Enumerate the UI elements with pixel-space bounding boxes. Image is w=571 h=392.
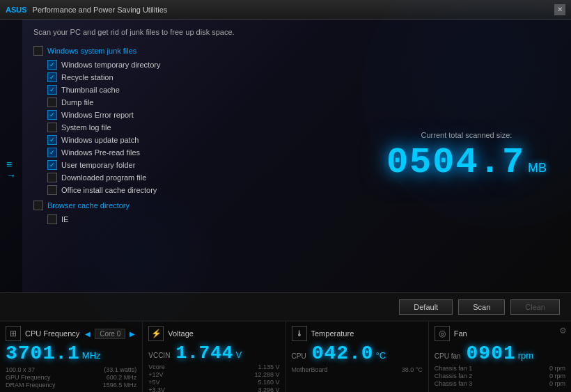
- list-item[interactable]: Windows temporary directory: [47, 60, 351, 70]
- cpu-temp-unit: °C: [376, 350, 386, 361]
- cpu-core-label: Core 0: [95, 329, 125, 339]
- voltage-main-row: VCCIN 1.744 V: [148, 344, 279, 362]
- cb-update[interactable]: [47, 135, 57, 145]
- fan-rows: Chassis fan 1 0 rpm Chassis fan 2 0 rpm …: [435, 365, 565, 387]
- parent-browser-checkbox[interactable]: [33, 201, 43, 210]
- cb-downloaded[interactable]: [47, 173, 57, 182]
- dram-freq-value: 1596.5 MHz: [103, 382, 137, 389]
- gpu-freq-value: 600.2 MHz: [107, 374, 137, 381]
- 33v-label: +3.3V: [148, 386, 165, 392]
- asus-logo: ASUS: [6, 6, 27, 14]
- chassis-fan2-row: Chassis fan 2 0 rpm: [435, 373, 565, 379]
- temp-title: Temperature: [311, 329, 354, 338]
- list-item[interactable]: Windows Pre-read files: [47, 148, 351, 157]
- cb-recycle[interactable]: [47, 72, 57, 82]
- dram-freq-label: DRAM Frequency: [6, 382, 56, 389]
- main-area: ≡→ Scan your PC and get rid of junk file…: [0, 19, 571, 292]
- list-item[interactable]: Thumbnail cache: [47, 85, 351, 95]
- chassis-fan3-value: 0 rpm: [549, 380, 565, 387]
- cpu-panel: ⊞ CPU Frequency ◀ Core 0 ▶ 3701.1 MHz 10…: [0, 322, 143, 392]
- scan-button[interactable]: Scan: [458, 299, 505, 315]
- gear-icon[interactable]: ⚙: [559, 326, 567, 336]
- default-button[interactable]: Default: [399, 299, 453, 315]
- cpu-multiplier: 100.0 x 37: [6, 366, 35, 373]
- volt-row-5v: +5V 5.160 V: [148, 379, 279, 386]
- 5v-value: 5.160 V: [258, 379, 279, 386]
- parent-windows-junk-label: Windows system junk files: [47, 47, 136, 55]
- cpu-value-row: 3701.1 MHz: [6, 344, 136, 363]
- 33v-value: 3.296 V: [258, 386, 279, 392]
- cpu-icon: ⊞: [6, 326, 21, 341]
- cpu-nav: ◀ Core 0 ▶: [84, 329, 136, 339]
- vccin-value: 1.744: [175, 344, 233, 362]
- voltage-header: ⚡ Voltage: [148, 326, 279, 341]
- list-item[interactable]: User temporary folder: [47, 160, 351, 170]
- chassis-fan2-value: 0 rpm: [549, 373, 565, 379]
- list-item[interactable]: Office install cache directory: [47, 185, 351, 195]
- fan-header: ◎ Fan: [435, 326, 565, 341]
- list-item[interactable]: Windows Error report: [47, 110, 351, 120]
- list-item[interactable]: Dump file: [47, 97, 351, 107]
- mb-temp-value: 38.0 °C: [402, 366, 423, 373]
- cpu-freq-unit: MHz: [82, 350, 101, 361]
- cpu-watts: (33.1 watts): [104, 366, 136, 373]
- cpu-sub-values: 100.0 x 37 (33.1 watts) GPU Frequency 60…: [6, 366, 136, 389]
- cb-preread[interactable]: [47, 148, 57, 157]
- cpu-fan-label: CPU fan: [435, 352, 461, 360]
- cb-syslog[interactable]: [47, 123, 57, 132]
- status-bar: ⊞ CPU Frequency ◀ Core 0 ▶ 3701.1 MHz 10…: [0, 320, 571, 392]
- cb-error-report[interactable]: [47, 110, 57, 120]
- vccin-label: VCCIN: [148, 352, 170, 359]
- cpu-next-arrow[interactable]: ▶: [128, 330, 136, 338]
- description-text: Scan your PC and get rid of junk files t…: [33, 28, 351, 36]
- chassis-fan1-row: Chassis fan 1 0 rpm: [435, 365, 565, 372]
- fan-title: Fan: [454, 329, 467, 338]
- cpu-sub-row1: 100.0 x 37 (33.1 watts): [6, 366, 136, 373]
- fan-panel: ◎ Fan CPU fan 0901 rpm Chassis fan 1 0 r…: [429, 322, 571, 392]
- cpu-temp-value: 042.0: [312, 344, 374, 363]
- chassis-fan3-label: Chassis fan 3: [435, 380, 473, 387]
- cb-thumbnail[interactable]: [47, 85, 57, 95]
- chassis-fan2-label: Chassis fan 2: [435, 373, 473, 379]
- volt-row-vcore: Vcore 1.135 V: [148, 363, 279, 370]
- mb-temp-label: MotherBoard: [292, 366, 328, 373]
- voltage-icon: ⚡: [148, 326, 164, 341]
- parent-browser-cache[interactable]: Browser cache directory: [33, 201, 351, 210]
- cpu-fan-value: 0901: [467, 344, 516, 363]
- gpu-freq-label: GPU Frequency: [6, 374, 51, 381]
- voltage-title: Voltage: [168, 329, 194, 338]
- cpu-prev-arrow[interactable]: ◀: [84, 330, 92, 338]
- temp-main-row: CPU 042.0 °C: [292, 344, 423, 363]
- list-item[interactable]: Recycle station: [47, 72, 351, 82]
- cb-user-temp[interactable]: [47, 160, 57, 170]
- cb-ie[interactable]: [47, 214, 57, 224]
- parent-windows-junk-checkbox[interactable]: [33, 46, 43, 56]
- cb-dump[interactable]: [47, 97, 57, 107]
- vccin-unit: V: [235, 350, 242, 360]
- checkbox-group: Windows system junk files Windows tempor…: [33, 46, 351, 224]
- parent-windows-junk[interactable]: Windows system junk files: [33, 46, 351, 56]
- list-item[interactable]: Windows update patch: [47, 135, 351, 145]
- volt-row-33v: +3.3V 3.296 V: [148, 386, 279, 392]
- vcore-value: 1.135 V: [258, 363, 279, 370]
- cpu-fan-unit: rpm: [518, 350, 533, 361]
- cpu-temp-label: CPU: [292, 352, 306, 360]
- voltage-rows: Vcore 1.135 V +12V 12.288 V +5V 5.160 V …: [148, 363, 279, 392]
- list-item[interactable]: System log file: [47, 123, 351, 132]
- cb-win-temp[interactable]: [47, 60, 57, 70]
- temp-icon: 🌡: [292, 326, 307, 341]
- chassis-fan3-row: Chassis fan 3 0 rpm: [435, 380, 565, 387]
- sidebar-toggle[interactable]: ≡→: [6, 159, 16, 181]
- 12v-value: 12.288 V: [254, 371, 279, 378]
- volt-row-12v: +12V 12.288 V: [148, 371, 279, 378]
- cpu-title: CPU Frequency: [25, 329, 79, 338]
- chassis-fan1-value: 0 rpm: [549, 365, 565, 372]
- fan-main-row: CPU fan 0901 rpm: [435, 344, 565, 363]
- temperature-panel: 🌡 Temperature CPU 042.0 °C MotherBoard 3…: [286, 322, 429, 392]
- list-item[interactable]: Downloaded program file: [47, 173, 351, 182]
- 12v-label: +12V: [148, 371, 163, 378]
- cb-office[interactable]: [47, 185, 57, 195]
- temp-sub: MotherBoard 38.0 °C: [292, 366, 423, 373]
- dram-freq-row: DRAM Frequency 1596.5 MHz: [6, 382, 136, 389]
- clean-button[interactable]: Clean: [510, 299, 560, 315]
